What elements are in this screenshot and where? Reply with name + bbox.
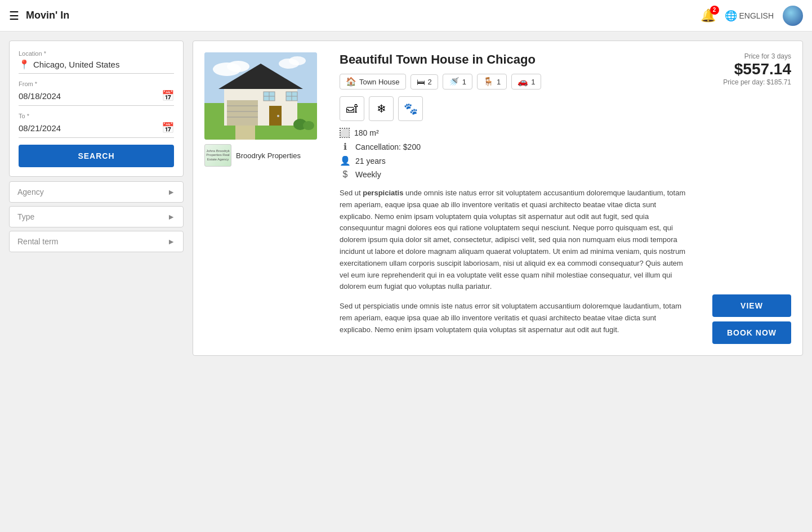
avatar[interactable] [783,6,803,26]
minage-detail: 👤 21 years [340,155,690,166]
car-icon: 🚗 [517,77,528,87]
from-label: From * [19,81,174,87]
rental-term-chevron-icon: ► [167,237,175,246]
rooms-tag: 🪑 1 [477,74,507,90]
app-logo: Movin' In [26,10,701,21]
listing-middle: Beautiful Town House in Chicago 🏠 Town H… [340,52,690,344]
menu-icon[interactable]: ☰ [9,9,19,23]
bed-icon: 🛏 [417,77,425,87]
main-layout: Location * 📍 Chicago, United States From… [0,32,812,365]
svg-rect-12 [269,106,282,126]
svg-point-3 [227,61,249,72]
bedrooms-value: 2 [428,78,432,86]
paw-icon: 🐾 [404,102,418,115]
price-total: $557.14 [734,60,791,78]
from-date-value: 08/18/2024 [19,91,61,101]
price-per-day: Price per day: $185.71 [723,78,791,86]
home-icon: 🏠 [346,77,356,87]
to-date-field[interactable]: 08/21/2024 📅 [19,122,174,138]
sofa-icon-box: 🛋 [340,96,364,121]
payment-value: Weekly [355,170,381,179]
minage-value: 21 years [355,157,386,166]
property-type-label: Town House [359,78,400,86]
amenities-row: 🏠 Town House 🛏 2 🚿 1 🪑 1 [340,74,690,90]
cancellation-detail: ℹ Cancellation: $200 [340,141,690,152]
agency-logo-wrap: Johns Broodryk Properties Real Estate Ag… [204,144,328,167]
listing-area: Johns Broodryk Properties Real Estate Ag… [193,41,803,356]
header-right: 🔔 2 🌐 ENGLISH [701,6,803,26]
area-value: 180 m² [354,128,379,137]
avatar-image [783,6,803,26]
svg-point-13 [277,115,279,117]
to-label: To * [19,113,174,119]
pin-icon: 📍 [19,59,30,70]
price-label: Price for 3 days [744,52,791,60]
listing-description-1: Sed ut perspiciatis unde omnis iste natu… [340,187,690,293]
to-date-value: 08/21/2024 [19,123,61,133]
parking-value: 1 [531,78,535,86]
listing-image [204,52,317,140]
type-filter[interactable]: Type ► [9,206,184,227]
location-label: Location * [19,50,174,57]
view-button[interactable]: VIEW [712,294,791,317]
search-panel: Location * 📍 Chicago, United States From… [9,41,184,177]
language-label: ENGLISH [739,11,774,20]
to-calendar-icon[interactable]: 📅 [162,122,174,134]
svg-rect-8 [227,100,258,126]
svg-point-5 [289,56,306,65]
bold-word: perspiciatis [363,189,403,197]
from-calendar-icon[interactable]: 📅 [162,90,174,102]
rental-term-filter-label: Rental term [17,237,58,246]
book-now-button[interactable]: BOOK NOW [712,321,791,344]
location-field[interactable]: 📍 Chicago, United States [19,59,174,74]
shower-icon: 🚿 [449,77,459,87]
language-selector[interactable]: 🌐 ENGLISH [725,10,774,22]
listing-card: Johns Broodryk Properties Real Estate Ag… [193,41,803,356]
search-button[interactable]: SEARCH [19,145,174,167]
svg-rect-20 [235,126,255,140]
agency-filter-label: Agency [17,187,44,196]
person-icon: 👤 [340,155,351,166]
bathrooms-tag: 🚿 1 [443,74,472,90]
agency-chevron-icon: ► [167,187,175,196]
type-filter-label: Type [17,212,34,221]
rooms-icon: 🪑 [483,77,494,87]
svg-point-22 [303,121,314,130]
cancellation-value: Cancellation: $200 [355,142,421,151]
parking-tag: 🚗 1 [511,74,541,90]
globe-icon: 🌐 [725,10,737,22]
notification-button[interactable]: 🔔 2 [701,8,716,23]
property-type-tag: 🏠 Town House [340,74,406,90]
bathrooms-value: 1 [462,78,466,86]
listing-details: ⬜ 180 m² ℹ Cancellation: $200 👤 21 years… [340,128,690,180]
rental-term-filter[interactable]: Rental term ► [9,231,184,252]
agency-logo: Johns Broodryk Properties Real Estate Ag… [204,144,231,167]
notification-badge: 2 [710,6,719,15]
type-chevron-icon: ► [167,212,175,221]
listing-description-2: Sed ut perspiciatis unde omnis iste natu… [340,301,690,336]
snowflake-icon: ❄ [377,102,386,115]
header: ☰ Movin' In 🔔 2 🌐 ENGLISH [0,0,812,32]
area-detail: ⬜ 180 m² [340,128,690,138]
dollar-icon: $ [340,169,351,180]
bedrooms-tag: 🛏 2 [411,74,438,90]
from-date-field[interactable]: 08/18/2024 📅 [19,90,174,106]
rooms-value: 1 [497,78,501,86]
sidebar: Location * 📍 Chicago, United States From… [9,41,184,356]
listing-title: Beautiful Town House in Chicago [340,52,690,67]
pet-icon-box: 🐾 [398,96,423,121]
payment-detail: $ Weekly [340,169,690,180]
area-icon: ⬜ [340,128,350,138]
agency-filter[interactable]: Agency ► [9,181,184,203]
house-illustration [204,52,317,140]
features-icon-row: 🛋 ❄ 🐾 [340,96,690,121]
info-icon: ℹ [340,141,351,152]
agency-name: Broodryk Properties [236,151,301,160]
listing-right: Price for 3 days $557.14 Price per day: … [701,52,791,344]
location-value: Chicago, United States [33,60,119,69]
ac-icon-box: ❄ [369,96,394,121]
sofa-icon: 🛋 [346,102,358,115]
listing-left: Johns Broodryk Properties Real Estate Ag… [204,52,328,344]
